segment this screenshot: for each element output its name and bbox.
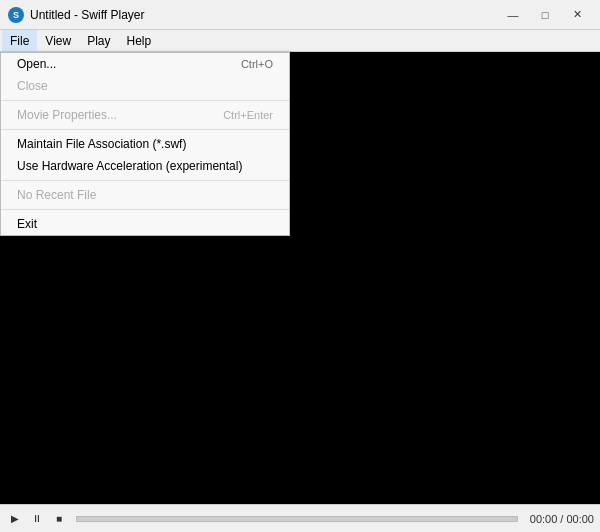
control-bar: ▶ ⏸ ■ 00:00 / 00:00 [0,504,600,532]
menu-close[interactable]: Close [1,75,289,97]
window-controls: — □ ✕ [498,5,592,25]
menu-open[interactable]: Open... Ctrl+O [1,53,289,75]
title-bar: S Untitled - Swiff Player — □ ✕ [0,0,600,30]
pause-button[interactable]: ⏸ [28,510,46,528]
pause-icon: ⏸ [32,513,42,524]
menu-hw-accel[interactable]: Use Hardware Acceleration (experimental) [1,155,289,177]
stop-button[interactable]: ■ [50,510,68,528]
separator-4 [1,209,289,210]
separator-1 [1,100,289,101]
app-icon-label: S [13,10,19,20]
separator-3 [1,180,289,181]
minimize-button[interactable]: — [498,5,528,25]
menu-maintain-assoc[interactable]: Maintain File Association (*.swf) [1,133,289,155]
menu-bar: File View Play Help Open... Ctrl+O Close… [0,30,600,52]
progress-bar-container[interactable] [76,516,518,522]
separator-2 [1,129,289,130]
menu-no-recent: No Recent File [1,184,289,206]
close-button[interactable]: ✕ [562,5,592,25]
menu-item-file[interactable]: File [2,30,37,51]
menu-item-view[interactable]: View [37,30,79,51]
time-display: 00:00 / 00:00 [526,513,594,525]
window-title: Untitled - Swiff Player [30,8,145,22]
app-icon: S [8,7,24,23]
stop-icon: ■ [56,513,62,524]
play-button[interactable]: ▶ [6,510,24,528]
title-bar-left: S Untitled - Swiff Player [8,7,145,23]
menu-exit[interactable]: Exit [1,213,289,235]
menu-movie-props[interactable]: Movie Properties... Ctrl+Enter [1,104,289,126]
maximize-button[interactable]: □ [530,5,560,25]
file-dropdown-menu: Open... Ctrl+O Close Movie Properties...… [0,52,290,236]
menu-item-play[interactable]: Play [79,30,118,51]
play-icon: ▶ [11,513,19,524]
menu-item-help[interactable]: Help [118,30,159,51]
